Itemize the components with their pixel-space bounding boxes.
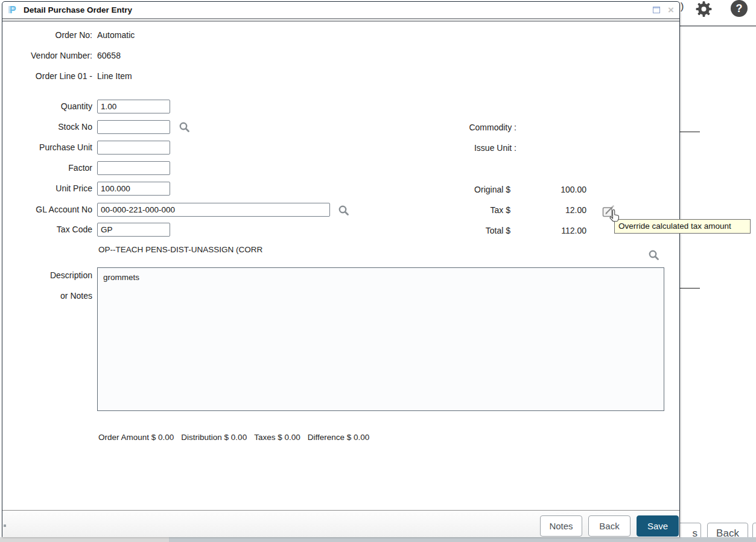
dialog-title: Detail Purchase Order Entry bbox=[24, 5, 132, 14]
maximize-icon[interactable] bbox=[653, 7, 660, 13]
or-notes-label: or Notes bbox=[2, 290, 92, 302]
close-icon[interactable]: × bbox=[668, 7, 674, 13]
background-underline-2 bbox=[680, 288, 700, 289]
stock-no-label: Stock No bbox=[2, 120, 92, 134]
tax-code-field[interactable] bbox=[97, 223, 170, 237]
order-line-label: Order Line 01 - bbox=[2, 70, 92, 82]
description-search-icon[interactable] bbox=[648, 249, 659, 261]
distribution-total: Distribution $ 0.00 bbox=[181, 433, 247, 442]
vendor-number-value: 60658 bbox=[97, 49, 121, 62]
order-amount-total: Order Amount $ 0.00 bbox=[98, 433, 174, 442]
vendor-number-label: Vendor Number: bbox=[2, 49, 92, 62]
issue-unit-label: Issue Unit : bbox=[366, 142, 516, 154]
description-notes-textarea[interactable]: grommets bbox=[97, 267, 664, 411]
background-underline-1 bbox=[680, 132, 700, 132]
total-amount-value: 112.00 bbox=[466, 225, 586, 237]
tax-code-label: Tax Code bbox=[2, 223, 92, 237]
background-partial-text: ) bbox=[681, 1, 684, 12]
purchase-unit-field[interactable] bbox=[97, 141, 170, 155]
mouse-cursor-hand bbox=[608, 209, 620, 223]
tax-amount-value: 12.00 bbox=[466, 204, 586, 216]
purchase-unit-label: Purchase Unit bbox=[2, 141, 92, 155]
order-no-label: Order No: bbox=[2, 29, 92, 41]
quantity-label: Quantity bbox=[2, 100, 92, 113]
gl-account-no-field[interactable] bbox=[97, 203, 330, 217]
order-line-value: Line Item bbox=[97, 70, 132, 82]
stock-no-search-icon[interactable] bbox=[179, 121, 190, 133]
stock-no-field[interactable] bbox=[97, 120, 170, 134]
gl-account-search-icon[interactable] bbox=[338, 205, 349, 216]
save-button[interactable]: Save bbox=[637, 515, 679, 537]
commodity-label: Commodity : bbox=[366, 121, 516, 133]
app-logo-icon: P P bbox=[8, 5, 18, 16]
footer-resize-dot bbox=[4, 524, 6, 527]
totals-summary-line: Order Amount $ 0.00 Distribution $ 0.00 … bbox=[98, 433, 369, 442]
factor-label: Factor bbox=[2, 161, 92, 175]
quantity-field[interactable] bbox=[97, 100, 170, 113]
unit-price-field[interactable] bbox=[97, 182, 170, 196]
notes-button[interactable]: Notes bbox=[540, 515, 582, 537]
back-button[interactable]: Back bbox=[588, 515, 631, 537]
order-no-value: Automatic bbox=[97, 29, 135, 41]
help-icon[interactable]: ? bbox=[731, 0, 748, 17]
description-label: Description bbox=[2, 269, 92, 281]
titlebar-separator bbox=[2, 18, 679, 22]
gl-account-no-label: GL Account No bbox=[2, 203, 92, 217]
background-divider-line bbox=[680, 25, 756, 27]
difference-total: Difference $ 0.00 bbox=[308, 433, 370, 442]
dialog-titlebar: P P Detail Purchase Order Entry × bbox=[2, 2, 679, 18]
taxes-total: Taxes $ 0.00 bbox=[254, 433, 300, 442]
factor-field[interactable] bbox=[97, 161, 170, 175]
original-amount-value: 100.00 bbox=[466, 183, 586, 196]
gl-account-description: OP--TEACH PENS-DIST-UNASSIGN (CORR bbox=[98, 245, 262, 254]
horizontal-scrollbar-thumb[interactable] bbox=[0, 537, 169, 542]
detail-purchase-order-entry-dialog: P P Detail Purchase Order Entry × Order … bbox=[2, 1, 680, 537]
unit-price-label: Unit Price bbox=[2, 182, 92, 196]
override-tax-tooltip: Override calculated tax amount bbox=[614, 219, 751, 234]
gear-icon[interactable] bbox=[694, 0, 714, 18]
